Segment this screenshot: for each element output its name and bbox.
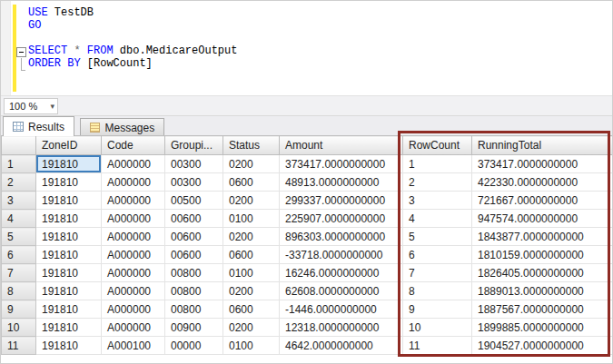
cell[interactable]: 0200 (223, 319, 280, 337)
cell[interactable]: 1 (403, 155, 472, 173)
cell[interactable]: 10 (403, 319, 472, 337)
cell[interactable]: A000000 (102, 228, 165, 246)
cell[interactable]: 1810159.0000000000 (472, 246, 613, 264)
row-header[interactable]: 1 (2, 155, 36, 173)
cell[interactable]: 191810 (36, 173, 102, 192)
cell[interactable]: 00300 (165, 155, 223, 173)
row-header[interactable]: 2 (2, 173, 36, 192)
column-header[interactable] (2, 136, 36, 155)
cell[interactable]: A000000 (102, 246, 165, 264)
sql-code[interactable]: USE TestDBGO SELECT * FROM dbo.MedicareO… (28, 6, 608, 70)
cell[interactable]: 11 (403, 337, 472, 355)
cell[interactable]: 0600 (223, 173, 280, 192)
cell[interactable]: 0200 (223, 192, 280, 210)
cell[interactable]: 0100 (223, 264, 280, 282)
cell[interactable]: 1887567.0000000000 (472, 300, 613, 319)
cell[interactable]: 00900 (165, 319, 223, 337)
tab-messages[interactable]: Messages (80, 118, 164, 137)
cell[interactable]: 00300 (165, 173, 223, 192)
tab-results[interactable]: Results (3, 116, 74, 136)
cell[interactable]: 191810 (36, 282, 102, 300)
cell[interactable]: 373417.0000000000 (472, 155, 613, 173)
cell[interactable]: 1899885.0000000000 (472, 319, 613, 337)
cell[interactable]: 0100 (223, 337, 280, 355)
cell[interactable]: 16246.0000000000 (280, 264, 403, 282)
cell[interactable]: 0200 (223, 282, 280, 300)
cell[interactable]: 00500 (165, 192, 223, 210)
cell[interactable]: 00800 (165, 300, 223, 319)
code-fold-collapse-icon[interactable] (16, 47, 26, 57)
cell[interactable]: 721667.0000000000 (472, 192, 613, 210)
cell[interactable]: 0200 (223, 155, 280, 173)
cell[interactable]: 1843877.0000000000 (472, 228, 613, 246)
query-editor[interactable]: USE TestDBGO SELECT * FROM dbo.MedicareO… (1, 1, 612, 95)
cell[interactable]: 0200 (223, 228, 280, 246)
cell[interactable]: 00600 (165, 228, 223, 246)
cell[interactable]: 2 (403, 173, 472, 192)
row-header[interactable]: 10 (2, 319, 36, 337)
cell[interactable]: 191810 (36, 264, 102, 282)
column-header[interactable]: ZoneID (36, 136, 102, 155)
cell[interactable]: 4 (403, 210, 472, 228)
row-header[interactable]: 4 (2, 210, 36, 228)
cell[interactable]: 3 (403, 192, 472, 210)
cell[interactable]: A000000 (102, 264, 165, 282)
cell[interactable]: 191810 (36, 155, 102, 173)
cell[interactable]: 0600 (223, 300, 280, 319)
cell[interactable]: 947574.0000000000 (472, 210, 613, 228)
cell[interactable]: 8 (403, 282, 472, 300)
row-header[interactable]: 8 (2, 282, 36, 300)
cell[interactable]: 00800 (165, 282, 223, 300)
column-header[interactable]: Groupi... (165, 136, 223, 155)
cell[interactable]: A000000 (102, 155, 165, 173)
cell[interactable]: 1889013.0000000000 (472, 282, 613, 300)
cell[interactable]: 191810 (36, 337, 102, 355)
cell[interactable]: 5 (403, 228, 472, 246)
cell[interactable]: 191810 (36, 300, 102, 319)
cell[interactable]: 0100 (223, 210, 280, 228)
cell[interactable]: A000000 (102, 319, 165, 337)
column-header[interactable]: RowCount (403, 136, 472, 155)
row-header[interactable]: 7 (2, 264, 36, 282)
column-header[interactable]: Status (223, 136, 280, 155)
cell[interactable]: 191810 (36, 228, 102, 246)
cell[interactable]: 9 (403, 300, 472, 319)
cell[interactable]: 7 (403, 264, 472, 282)
cell[interactable]: 191810 (36, 246, 102, 264)
cell[interactable]: 896303.0000000000 (280, 228, 403, 246)
column-header[interactable]: Code (102, 136, 165, 155)
cell[interactable]: 62608.0000000000 (280, 282, 403, 300)
cell[interactable]: -1446.0000000000 (280, 300, 403, 319)
cell[interactable]: 225907.0000000000 (280, 210, 403, 228)
column-header[interactable]: RunningTotal (472, 136, 613, 155)
cell[interactable]: 4642.0000000000 (280, 337, 403, 355)
cell[interactable]: 0600 (223, 246, 280, 264)
row-header[interactable]: 3 (2, 192, 36, 210)
cell[interactable]: A000000 (102, 192, 165, 210)
cell[interactable]: 00800 (165, 264, 223, 282)
cell[interactable]: A000000 (102, 282, 165, 300)
cell[interactable]: 12318.0000000000 (280, 319, 403, 337)
cell[interactable]: -33718.0000000000 (280, 246, 403, 264)
cell[interactable]: 373417.0000000000 (280, 155, 403, 173)
cell[interactable]: 191810 (36, 192, 102, 210)
cell[interactable]: A000000 (102, 210, 165, 228)
cell[interactable]: 00000 (165, 337, 223, 355)
cell[interactable]: 1904527.0000000000 (472, 337, 613, 355)
cell[interactable]: 1826405.0000000000 (472, 264, 613, 282)
cell[interactable]: 00600 (165, 210, 223, 228)
cell[interactable]: 48913.0000000000 (280, 173, 403, 192)
column-header[interactable]: Amount (280, 136, 403, 155)
cell[interactable]: 299337.0000000000 (280, 192, 403, 210)
cell[interactable]: 6 (403, 246, 472, 264)
cell[interactable]: 191810 (36, 210, 102, 228)
cell[interactable]: A000000 (102, 173, 165, 192)
cell[interactable]: 00600 (165, 246, 223, 264)
cell[interactable]: A000000 (102, 300, 165, 319)
row-header[interactable]: 9 (2, 300, 36, 319)
cell[interactable]: 422330.0000000000 (472, 173, 613, 192)
editor-zoom-select[interactable]: 100 % ▾ (4, 98, 58, 114)
cell[interactable]: A000100 (102, 337, 165, 355)
row-header[interactable]: 6 (2, 246, 36, 264)
row-header[interactable]: 11 (2, 337, 36, 355)
